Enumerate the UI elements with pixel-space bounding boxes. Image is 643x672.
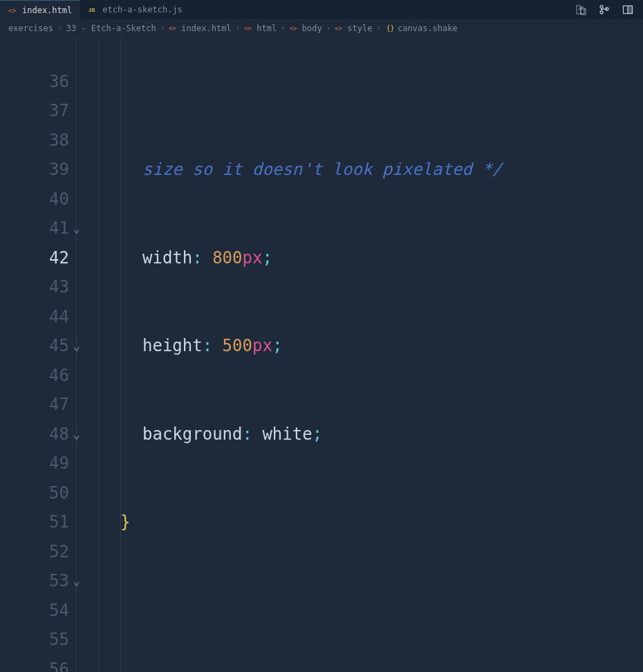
code-editor[interactable]: 36 37 38 39 40 41⌄ 42 43 44 45⌄ 46 47 48… [0, 37, 643, 672]
tag-icon: <> [290, 24, 299, 33]
svg-text:JS: JS [88, 7, 95, 13]
tab-index-html[interactable]: <> index.html [0, 0, 80, 19]
crumb-body[interactable]: <> body [290, 24, 322, 33]
tag-icon: <> [335, 24, 344, 33]
crumb-file[interactable]: <> index.html [169, 24, 231, 33]
chevron-right-icon: › [159, 24, 167, 32]
svg-point-5 [600, 11, 603, 14]
source-control-icon[interactable] [599, 4, 610, 15]
code-line: size so it doesn't look pixelated */ [76, 155, 643, 185]
tab-label: etch-a-sketch.js [102, 5, 183, 15]
chevron-right-icon: › [325, 24, 333, 32]
svg-rect-9 [628, 6, 633, 14]
code-line: background: white; [76, 420, 643, 449]
line-gutter: 36 37 38 39 40 41⌄ 42 43 44 45⌄ 46 47 48… [0, 37, 76, 672]
crumb-html[interactable]: <> html [244, 24, 277, 33]
brace-icon: {} [385, 24, 395, 33]
svg-text:<>: <> [8, 6, 17, 14]
split-editor-icon[interactable] [622, 4, 633, 15]
svg-text:<>: <> [169, 24, 176, 31]
diff-icon[interactable] [575, 4, 586, 15]
crumb-style[interactable]: <> style [335, 24, 372, 33]
crumb-exercises[interactable]: exercises [8, 24, 53, 33]
svg-text:{}: {} [386, 24, 394, 31]
code-line: } [76, 507, 643, 537]
chevron-right-icon: › [56, 24, 64, 32]
code-line: height: 500px; [76, 331, 643, 361]
code-line [76, 596, 643, 626]
tab-label: index.html [22, 6, 72, 15]
crumb-selector[interactable]: {} canvas.shake [385, 24, 458, 33]
tag-icon: <> [244, 24, 254, 33]
html-file-icon: <> [8, 6, 18, 15]
tab-etch-a-sketch-js[interactable]: JS etch-a-sketch.js [80, 0, 191, 19]
svg-text:<>: <> [244, 24, 252, 31]
chevron-right-icon: › [234, 24, 242, 32]
chevron-right-icon: › [375, 24, 382, 32]
code-area[interactable]: size so it doesn't look pixelated */ wid… [76, 37, 643, 672]
svg-text:<>: <> [335, 24, 342, 31]
chevron-right-icon: › [279, 24, 287, 32]
breadcrumb[interactable]: exercises › 33 - Etch-a-Sketch › <> inde… [0, 19, 643, 37]
svg-text:<>: <> [290, 24, 297, 31]
crumb-folder[interactable]: 33 - Etch-a-Sketch [66, 24, 156, 33]
code-line: width: 800px; [76, 243, 643, 273]
svg-point-4 [600, 6, 603, 8]
js-file-icon: JS [88, 5, 98, 15]
html-file-icon: <> [169, 24, 178, 33]
tab-bar: <> index.html JS etch-a-sketch.js [0, 0, 643, 19]
